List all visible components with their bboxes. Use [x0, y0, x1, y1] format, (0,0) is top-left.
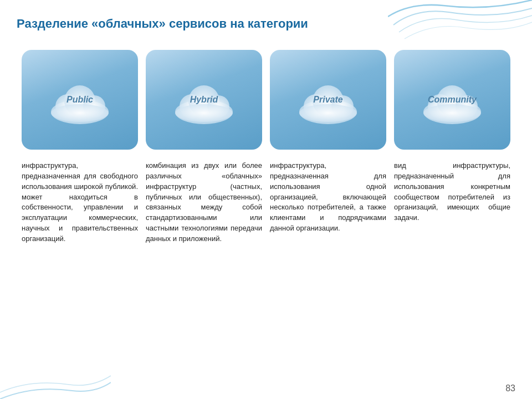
card-community: Community	[394, 50, 510, 150]
desc-public: инфраструктура, предназначенная для своб…	[22, 161, 138, 244]
main-content: Public Hybrid	[11, 50, 521, 377]
desc-private: инфраструктура, предназначенная для испо…	[270, 161, 386, 234]
card-hybrid: Hybrid	[146, 50, 262, 150]
svg-point-4	[51, 104, 109, 122]
desc-community: вид инфраструктуры, предназначенный для …	[394, 161, 510, 223]
descriptions-row: инфраструктура, предназначенная для своб…	[11, 161, 521, 244]
cloud-svg-public	[41, 72, 119, 127]
cloud-svg-community	[413, 72, 491, 127]
cloud-svg-hybrid	[165, 72, 243, 127]
desc-hybrid: комбинация из двух или более различных «…	[146, 161, 262, 244]
cloud-icon-private	[270, 50, 386, 150]
cloud-svg-private	[289, 72, 367, 127]
page-number: 83	[505, 383, 515, 393]
cloud-icon-community	[394, 50, 510, 150]
svg-point-19	[423, 104, 481, 122]
svg-point-14	[299, 104, 357, 122]
card-public: Public	[22, 50, 138, 150]
top-right-decoration	[388, 0, 532, 50]
cards-row: Public Hybrid	[11, 50, 521, 150]
cloud-icon-public	[22, 50, 138, 150]
card-private: Private	[270, 50, 386, 150]
svg-point-9	[175, 104, 233, 122]
page-title: Разделение «облачных» сервисов на катего…	[17, 17, 308, 31]
cloud-icon-hybrid	[146, 50, 262, 150]
